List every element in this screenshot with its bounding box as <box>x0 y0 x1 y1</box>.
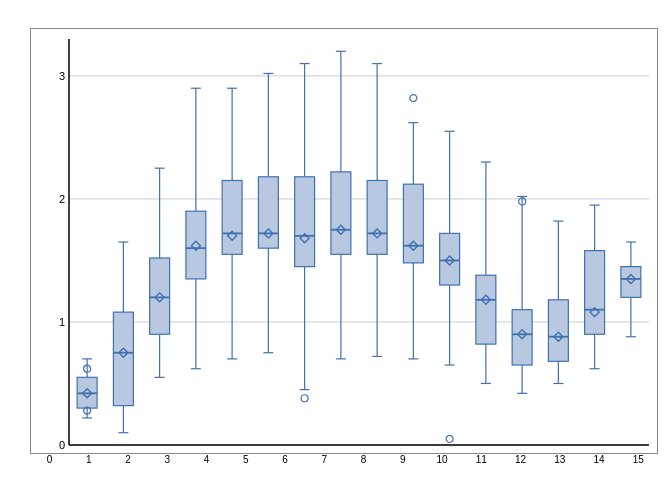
svg-point-61 <box>301 395 308 402</box>
x-tick-labels: 0123456789101112131415 <box>30 454 658 470</box>
x-tick-label: 3 <box>148 454 187 470</box>
x-tick-label: 15 <box>619 454 658 470</box>
svg-rect-125 <box>621 267 641 298</box>
svg-text:3: 3 <box>59 70 65 82</box>
svg-rect-96 <box>476 275 496 344</box>
x-tick-label: 1 <box>69 454 108 470</box>
y-axis-label <box>8 32 30 490</box>
svg-rect-58 <box>295 177 315 267</box>
plot-svg: 0123 <box>31 29 657 453</box>
x-tick-label: 13 <box>540 454 579 470</box>
svg-rect-118 <box>585 251 605 335</box>
svg-rect-66 <box>331 172 351 254</box>
x-tick-label: 4 <box>187 454 226 470</box>
svg-rect-103 <box>512 310 532 365</box>
svg-rect-111 <box>548 300 568 362</box>
x-tick-label: 8 <box>344 454 383 470</box>
svg-point-91 <box>446 435 453 442</box>
x-tick-label: 7 <box>305 454 344 470</box>
plot-region: 0123 <box>30 28 658 454</box>
svg-rect-30 <box>150 258 170 334</box>
x-tick-label: 6 <box>266 454 305 470</box>
x-tick-label: 2 <box>109 454 148 470</box>
plot-and-xaxis: 0123 0123456789101112131415 <box>30 22 658 490</box>
chart-container: 0123 0123456789101112131415 <box>8 10 658 490</box>
x-tick-label: 5 <box>226 454 265 470</box>
svg-rect-23 <box>113 312 133 406</box>
svg-rect-88 <box>440 233 460 285</box>
x-tick-label: 11 <box>462 454 501 470</box>
svg-point-83 <box>410 95 417 102</box>
svg-text:2: 2 <box>59 193 65 205</box>
x-tick-label: 0 <box>30 454 69 470</box>
x-tick-label: 14 <box>580 454 619 470</box>
svg-rect-37 <box>186 211 206 279</box>
svg-rect-73 <box>367 180 387 254</box>
svg-text:0: 0 <box>59 439 65 451</box>
x-axis-label <box>30 472 658 490</box>
chart-area: 0123 0123456789101112131415 <box>8 22 658 490</box>
svg-text:1: 1 <box>59 316 65 328</box>
svg-rect-44 <box>222 180 242 254</box>
x-tick-label: 12 <box>501 454 540 470</box>
x-tick-label: 10 <box>423 454 462 470</box>
x-tick-label: 9 <box>383 454 422 470</box>
